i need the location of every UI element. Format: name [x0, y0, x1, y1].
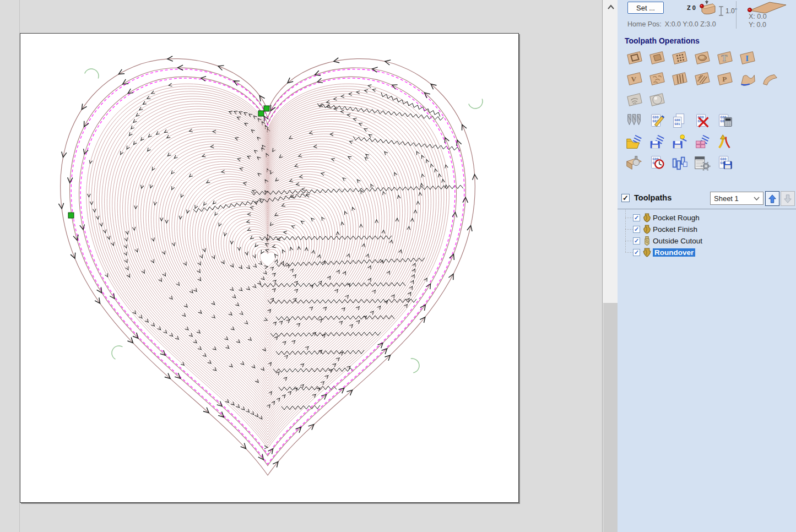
toolpath-template-icon[interactable] [693, 133, 712, 151]
tree-line [625, 218, 633, 218]
save-toolpath-icon[interactable] [648, 133, 667, 151]
toolpath-visibility-checkbox[interactable]: ✓ [633, 237, 640, 245]
rounding-toolpath-icon[interactable] [761, 70, 779, 88]
material-thickness: 1.0" [718, 6, 737, 17]
merge-toolpaths-icon[interactable] [716, 133, 734, 151]
scroll-up-button[interactable] [603, 0, 618, 14]
toolpath-list: ✓Pocket Rough✓Pocket Finish✓Outside Cuto… [618, 212, 796, 258]
scrollbar-thumb[interactable] [603, 303, 618, 532]
fluting-toolpath-icon[interactable] [670, 70, 689, 88]
ballnose-tool-icon [643, 213, 651, 222]
toolpath-visibility-checkbox[interactable]: ✓ [633, 249, 640, 256]
drilling-toolpath-icon[interactable] [670, 50, 689, 67]
delete-gcode-icon[interactable]: G00G01 [693, 112, 712, 130]
dish-carve-toolpath-icon[interactable] [625, 91, 644, 109]
profile-toolpath-icon[interactable] [625, 50, 644, 67]
toolpath-operations-title: Toolpath Operations [625, 36, 700, 45]
dome-carve-toolpath-icon[interactable] [648, 91, 667, 109]
drawing-canvas[interactable] [0, 0, 602, 532]
toolpath-list-item[interactable]: ✓Roundover [618, 247, 796, 258]
home-position-label: Home Pos: [627, 20, 662, 28]
endmill-tool-icon [643, 236, 651, 246]
texture-3d-toolpath-icon[interactable] [648, 70, 667, 88]
arrow-down-icon [783, 194, 793, 204]
toolpath-list-item[interactable]: ✓Pocket Finish [618, 224, 796, 235]
estimate-time-icon[interactable]: G00G01 [648, 154, 667, 172]
pocket-toolpath-icon[interactable] [648, 50, 667, 67]
svg-text:G01: G01 [675, 122, 681, 126]
save-visible-toolpaths-icon[interactable] [670, 133, 689, 151]
tree-line [625, 241, 633, 241]
preview-toolpaths-icon[interactable] [625, 154, 644, 172]
svg-text:T: T [721, 53, 727, 63]
chevron-down-icon [754, 197, 760, 200]
toolpath-name[interactable]: Pocket Finish [653, 225, 697, 234]
job-sheet[interactable] [20, 33, 519, 503]
ballnose-tool-icon [643, 225, 651, 234]
gcode-calculator-icon[interactable]: G00G01 [716, 112, 734, 130]
heart-toolpath-preview [20, 34, 518, 502]
xy-datum-x-value: X: 0.0 [749, 13, 767, 20]
toolpaths-header: ✓ Toolpaths Sheet 1 [618, 192, 796, 208]
material-z-origin-icon[interactable] [698, 0, 718, 18]
home-position-value: X:0.0 Y:0.0 Z:3.0 [665, 20, 716, 28]
toolpaths-panel: Set ... Z 0 1.0" Home Pos:X:0.0 Y:0.0 Z:… [618, 0, 796, 532]
dimension-icon [718, 6, 724, 17]
edit-gcode-icon[interactable]: G00G01 [648, 112, 667, 130]
inlay-toolpath-icon[interactable]: I [738, 50, 757, 67]
tree-line [625, 252, 633, 253]
xy-datum-y-value: Y: 0.0 [749, 21, 766, 29]
tool-database-icon[interactable] [625, 112, 644, 130]
move-toolpath-up-button[interactable] [765, 191, 779, 206]
set-origin-button[interactable]: Set ... [627, 2, 664, 14]
engrave-text-toolpath-icon[interactable]: T [716, 50, 734, 67]
application-window: Set ... Z 0 1.0" Home Pos:X:0.0 Y:0.0 Z:… [0, 0, 796, 532]
prism-carve-toolpath-icon[interactable]: P [716, 70, 734, 88]
vertical-scrollbar[interactable] [602, 0, 618, 532]
svg-text:I: I [745, 54, 749, 63]
arrow-up-icon [767, 194, 777, 204]
chevron-up-icon [607, 4, 615, 10]
moulding-toolpath-icon[interactable] [738, 70, 757, 88]
sheet-selector-value: Sheet 1 [714, 194, 754, 203]
toolpath-list-item[interactable]: ✓Outside Cutout [618, 235, 796, 247]
home-position: Home Pos:X:0.0 Y:0.0 Z:3.0 [627, 20, 716, 28]
toolpaths-separator [618, 209, 796, 209]
material-thickness-value: 1.0" [725, 7, 737, 15]
toolpath-visibility-checkbox[interactable]: ✓ [633, 214, 640, 221]
svg-text:V: V [631, 75, 636, 83]
toolpath-list-item[interactable]: ✓Pocket Rough [618, 212, 796, 224]
toolpath-name[interactable]: Pocket Rough [653, 214, 700, 222]
quick-engrave-toolpath-icon[interactable] [693, 50, 712, 67]
sheet-selector-dropdown[interactable]: Sheet 1 [710, 192, 763, 205]
move-toolpath-down-button[interactable] [781, 191, 795, 206]
save-gcode-icon[interactable]: G00G01 [716, 154, 734, 172]
toolpaths-visibility-checkbox[interactable]: ✓ [621, 194, 630, 202]
z-zero-label: Z 0 [687, 4, 696, 11]
toolpaths-title: Toolpaths [634, 193, 672, 202]
toolpath-visibility-checkbox[interactable]: ✓ [633, 226, 640, 233]
toolpath-summary-icon[interactable] [670, 154, 689, 172]
roundover-tool-icon [643, 248, 651, 257]
svg-text:P: P [722, 75, 727, 83]
vcarve-toolpath-icon[interactable]: V [625, 70, 644, 88]
toolpath-operations-toolbar: TIVPG00G01G00G01G00G01G00G01G00G01G00G01 [625, 50, 790, 175]
origin-section-divider [736, 1, 737, 29]
duplicate-gcode-icon[interactable]: G00G01 [670, 112, 689, 130]
texture-toolpath-icon[interactable] [693, 70, 712, 88]
open-toolpath-icon[interactable] [625, 133, 644, 151]
toolpath-name[interactable]: Roundover [653, 248, 695, 257]
svg-text:G00: G00 [675, 118, 681, 122]
post-processor-settings-icon[interactable] [693, 154, 712, 172]
tree-line [625, 229, 633, 230]
toolpath-name[interactable]: Outside Cutout [653, 237, 702, 245]
